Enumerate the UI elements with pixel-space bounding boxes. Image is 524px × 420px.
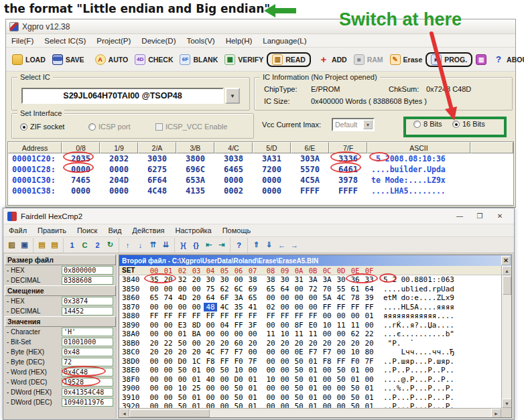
hex-byte[interactable]: 30	[334, 275, 348, 285]
hex-byte[interactable]: 01	[306, 366, 320, 375]
vertical-scrollbar[interactable]: ▲ ▼	[501, 266, 511, 408]
hex-byte[interactable]: 00	[147, 330, 161, 339]
word-cell[interactable]: 5570	[291, 165, 329, 174]
hex-byte[interactable]: 00	[320, 375, 334, 384]
hex-byte[interactable]: 00	[292, 303, 306, 312]
hex-byte[interactable]: 48	[204, 303, 217, 312]
hex-byte[interactable]: 6F	[218, 293, 231, 303]
first-diff-button[interactable]: ⇈	[147, 239, 159, 251]
hex-byte[interactable]: 50	[334, 375, 348, 384]
prog-button[interactable]: ▸PROG.	[425, 52, 472, 67]
hex-byte[interactable]: 50	[176, 393, 189, 403]
hex-byte[interactable]: 00	[246, 348, 259, 357]
hex-byte[interactable]: 00	[264, 384, 277, 393]
goto-end-button[interactable]: ⇥	[215, 239, 228, 251]
hex-byte[interactable]: 78	[348, 293, 362, 303]
menu-item-language-l[interactable]: Language(L)	[257, 36, 312, 46]
read-button[interactable]: ▥READ	[267, 52, 311, 67]
hex-byte[interactable]: 50	[176, 402, 189, 408]
hex-byte[interactable]: 4C	[204, 348, 217, 357]
hex-byte[interactable]: 31	[292, 275, 306, 285]
hex-byte[interactable]: 00	[147, 285, 161, 294]
hex-byte[interactable]: 50	[176, 366, 189, 375]
about-button[interactable]: ?ABOUT	[490, 52, 524, 67]
hex-byte[interactable]: 00	[204, 402, 217, 408]
hex-byte[interactable]: FF	[176, 311, 189, 321]
hex-byte[interactable]: 00	[334, 393, 348, 403]
hex-byte[interactable]: 20	[363, 339, 376, 348]
hex-byte[interactable]: 00	[363, 366, 376, 375]
hex-byte[interactable]: 00	[246, 366, 259, 375]
hex-byte[interactable]: 01	[306, 393, 320, 403]
hex-byte[interactable]: 41	[246, 303, 259, 312]
hex-byte[interactable]: 00	[161, 357, 175, 366]
hex-byte[interactable]: 00	[161, 366, 175, 375]
hex-byte[interactable]: 50	[232, 402, 245, 408]
hex-byte[interactable]: 55	[334, 285, 348, 294]
hex-byte[interactable]: E3	[176, 321, 189, 330]
hex-byte[interactable]: F7	[218, 348, 231, 357]
menu-item-item[interactable]: Действия	[127, 225, 170, 236]
hex-byte[interactable]: 74	[161, 293, 175, 303]
hex-byte[interactable]: 00	[218, 402, 231, 408]
horizontal-scrollbar-thumb[interactable]	[129, 409, 210, 417]
next-diff-button[interactable]: ↓	[134, 239, 147, 251]
hex-byte[interactable]: 01	[363, 393, 376, 403]
hex-byte[interactable]: 3F	[246, 321, 259, 330]
hex-byte[interactable]: 10	[264, 375, 277, 384]
hex-byte[interactable]: 00	[334, 384, 348, 393]
hex-byte[interactable]: 6C	[232, 285, 245, 294]
hex-byte[interactable]: 00	[278, 402, 291, 408]
hex-byte[interactable]: 30	[204, 275, 217, 285]
menu-item-project-p[interactable]: Project(P)	[91, 36, 136, 46]
hex-byte[interactable]: 35	[232, 303, 245, 312]
menu-item-item[interactable]: Вид	[103, 225, 127, 236]
hex-byte[interactable]: 7F	[246, 357, 259, 366]
add-button[interactable]: +ADD	[315, 52, 350, 67]
hex-byte[interactable]: 00	[161, 375, 175, 384]
hex-byte[interactable]: FF	[204, 311, 217, 321]
hex-byte[interactable]: 00	[264, 402, 277, 408]
hex-byte[interactable]: 1C	[190, 357, 203, 366]
hex-byte[interactable]: 50	[292, 366, 306, 375]
word-cell[interactable]: 6465	[214, 165, 253, 174]
hex-byte[interactable]: 8F	[292, 321, 306, 330]
hex-byte[interactable]: 00	[278, 384, 291, 393]
hex-byte[interactable]: 01	[190, 393, 203, 403]
hex-byte[interactable]: 75	[204, 285, 217, 294]
hex-byte[interactable]: 00	[176, 285, 189, 294]
word-cell[interactable]: FFFF	[291, 186, 329, 196]
hex-byte[interactable]: FF	[334, 357, 348, 366]
hex-byte[interactable]: 00	[363, 321, 376, 330]
hex-byte[interactable]: 00	[348, 311, 362, 321]
page-up-button[interactable]: ⇑	[250, 239, 263, 251]
hex-byte[interactable]: 00	[334, 348, 348, 357]
hex-byte[interactable]: 80	[363, 348, 376, 357]
hex-byte[interactable]: 20	[278, 339, 291, 348]
auto-button[interactable]: AAUTO	[92, 52, 132, 67]
scroll-right-button[interactable]: ►	[491, 409, 501, 418]
hex-byte[interactable]: 22	[161, 339, 175, 348]
hex-byte[interactable]: 69	[246, 285, 259, 294]
hex-byte[interactable]: 00	[147, 393, 161, 403]
hex-byte[interactable]: 60	[232, 339, 245, 348]
scroll-left-button[interactable]: ◄	[119, 409, 129, 418]
hex-byte[interactable]: 00	[161, 330, 175, 339]
hex-byte[interactable]: 10	[320, 321, 334, 330]
menu-item-item[interactable]: Файл	[3, 225, 32, 236]
hex-byte[interactable]: 64	[363, 285, 376, 294]
hex-byte[interactable]: FF	[190, 311, 203, 321]
help-button[interactable]: ?	[233, 239, 245, 251]
hex-byte[interactable]: 65	[264, 285, 277, 294]
hex-byte[interactable]: 00	[232, 275, 245, 285]
hex-byte[interactable]: 00	[147, 321, 161, 330]
hex-byte[interactable]: 00	[264, 293, 277, 303]
hex-byte[interactable]: 00	[218, 393, 231, 403]
word-cell[interactable]: 204D	[100, 176, 138, 185]
hex-byte[interactable]: 00	[264, 366, 277, 375]
hex-byte[interactable]: 00	[264, 348, 277, 357]
hex-byte[interactable]: FF	[278, 311, 291, 321]
hex-byte[interactable]: FF	[147, 311, 161, 321]
chip-button[interactable]: ▥	[472, 52, 490, 67]
hex-byte[interactable]: 00	[278, 357, 291, 366]
